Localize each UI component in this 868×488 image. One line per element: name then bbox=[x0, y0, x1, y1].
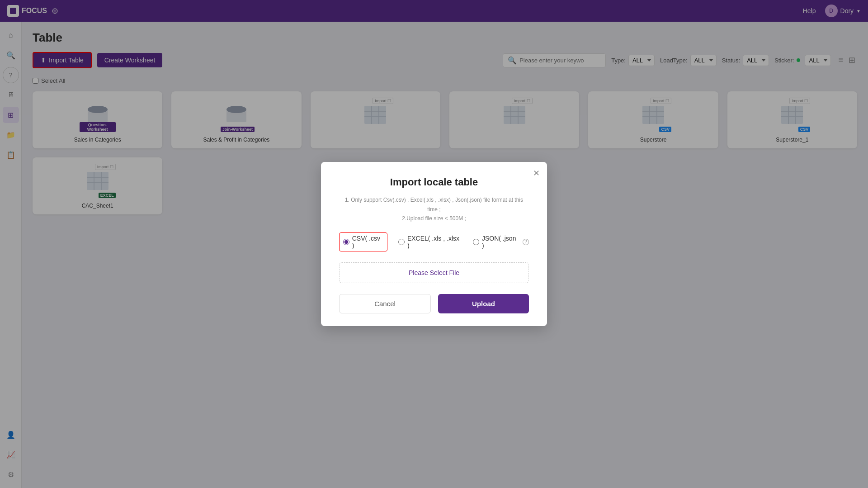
excel-label: EXCEL( .xls , .xlsx ) bbox=[407, 235, 462, 249]
excel-radio[interactable] bbox=[398, 239, 405, 245]
file-select-button[interactable]: Please Select File bbox=[339, 262, 529, 283]
cancel-button[interactable]: Cancel bbox=[339, 294, 431, 313]
modal-overlay: ✕ Import locale table 1. Only support Cs… bbox=[0, 0, 868, 488]
json-help-icon[interactable]: ? bbox=[523, 239, 529, 245]
json-option[interactable]: JSON( .json ) ? bbox=[473, 235, 529, 249]
modal-actions: Cancel Upload bbox=[339, 294, 529, 313]
csv-option[interactable]: CSV( .csv ) bbox=[339, 232, 387, 251]
modal-info: 1. Only support Csv(.csv) , Excel(.xls ,… bbox=[339, 195, 529, 223]
csv-label: CSV( .csv ) bbox=[352, 235, 383, 249]
file-type-group: CSV( .csv ) EXCEL( .xls , .xlsx ) JSON( … bbox=[339, 232, 529, 251]
import-modal: ✕ Import locale table 1. Only support Cs… bbox=[321, 162, 547, 326]
modal-close-button[interactable]: ✕ bbox=[533, 168, 540, 178]
json-radio[interactable] bbox=[473, 239, 479, 245]
upload-button[interactable]: Upload bbox=[438, 294, 529, 313]
excel-option[interactable]: EXCEL( .xls , .xlsx ) bbox=[398, 235, 462, 249]
csv-radio[interactable] bbox=[343, 239, 349, 245]
json-label: JSON( .json ) bbox=[482, 235, 519, 249]
modal-title: Import locale table bbox=[339, 176, 529, 188]
